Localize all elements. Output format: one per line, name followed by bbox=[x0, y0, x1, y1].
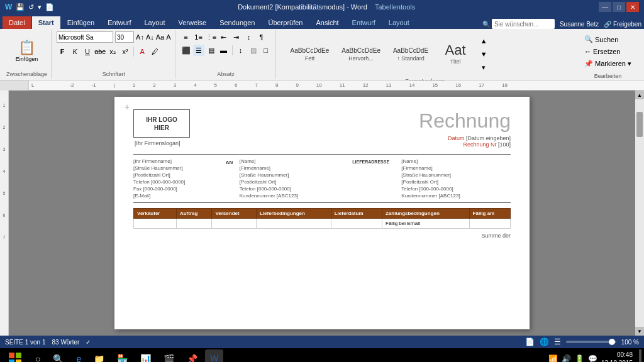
edge-button[interactable]: e bbox=[71, 349, 86, 362]
doc-area[interactable]: + IHR LOGO HIER [Ihr Firmenslogan] Rechn… bbox=[9, 90, 635, 336]
font-size-input[interactable] bbox=[115, 31, 134, 43]
close-button[interactable]: ✕ bbox=[626, 2, 639, 12]
minimize-button[interactable]: — bbox=[599, 2, 611, 12]
superscript-button[interactable]: x² bbox=[119, 46, 131, 57]
styles-up-button[interactable]: ▲ bbox=[478, 35, 489, 47]
logo-box[interactable]: IHR LOGO HIER bbox=[133, 109, 190, 138]
style-standard-label: ↑ Standard bbox=[397, 55, 425, 62]
tab-ansicht[interactable]: Ansicht bbox=[309, 16, 345, 29]
scroll-down-button[interactable]: ▼ bbox=[635, 327, 644, 336]
excel-button[interactable]: 📊 bbox=[135, 349, 156, 362]
strikethrough-button[interactable]: abc bbox=[94, 46, 106, 57]
col-lieferbedingungen: Lieferbedingungen bbox=[256, 209, 331, 219]
style-standard[interactable]: AaBbCcDdE ↑ Standard bbox=[389, 34, 433, 74]
shade-button[interactable]: ▨ bbox=[248, 45, 259, 56]
styles-content: AaBbCcDdEe Fett AaBbCcDdEe Hervorh... Aa… bbox=[281, 31, 569, 77]
border-button[interactable]: □ bbox=[260, 45, 272, 56]
explorer-button[interactable]: 📁 bbox=[89, 349, 109, 362]
indent-button[interactable]: ⇥ bbox=[231, 31, 242, 43]
cell-lieferdatum[interactable] bbox=[331, 219, 382, 229]
doc-page[interactable]: + IHR LOGO HIER [Ihr Firmenslogan] Rechn… bbox=[114, 97, 530, 329]
zoom-slider[interactable] bbox=[566, 341, 616, 343]
align-right-button[interactable]: ▤ bbox=[206, 45, 217, 56]
media-button[interactable]: 🎬 bbox=[158, 349, 179, 362]
align-center-button[interactable]: ☰ bbox=[193, 45, 204, 56]
font-grow-icon[interactable]: A↑ bbox=[136, 33, 144, 41]
word-taskbar-button[interactable]: W bbox=[205, 349, 223, 362]
ersetzen-button[interactable]: ↔ Ersetzen bbox=[582, 47, 634, 57]
word-icon: W bbox=[5, 3, 12, 11]
show-marks-button[interactable]: ¶ bbox=[256, 31, 267, 43]
show-desktop-button[interactable] bbox=[639, 349, 641, 362]
cell-auftrag[interactable] bbox=[176, 219, 211, 229]
sort-button[interactable]: ↕ bbox=[243, 31, 255, 43]
styles-down-button[interactable]: ▼ bbox=[478, 48, 489, 60]
subscript-button[interactable]: x₂ bbox=[107, 46, 118, 57]
style-hervorh[interactable]: AaBbCcDdEe Hervorh... bbox=[337, 34, 385, 74]
add-content-icon[interactable]: + bbox=[125, 102, 130, 112]
share-button[interactable]: 🔗 Freigeben bbox=[604, 21, 641, 28]
maximize-button[interactable]: □ bbox=[613, 2, 625, 12]
store-button[interactable]: 🏪 bbox=[112, 349, 133, 362]
quick-save[interactable]: 💾 bbox=[16, 3, 25, 11]
view-outline-icon[interactable]: ☰ bbox=[554, 337, 561, 346]
tab-einfuegen[interactable]: Einfügen bbox=[61, 16, 101, 29]
suchen-button[interactable]: 🔍 Suchen bbox=[582, 34, 634, 45]
tab-layout2[interactable]: Layout bbox=[382, 16, 416, 29]
bullet-list-button[interactable]: ≡ bbox=[180, 31, 192, 43]
scroll-track[interactable] bbox=[635, 99, 644, 327]
text-highlight-icon[interactable]: A bbox=[166, 33, 170, 41]
text-color-button[interactable]: A bbox=[136, 46, 148, 57]
datum-label: Datum bbox=[448, 135, 465, 141]
delivery-col: [Name] [Firmenname] [Straße Hausnummer] … bbox=[401, 158, 511, 199]
bold-button[interactable]: F bbox=[57, 46, 68, 57]
quick-customize[interactable]: 📄 bbox=[45, 3, 54, 11]
quick-menu[interactable]: ▾ bbox=[38, 3, 42, 11]
search-button[interactable]: 🔍 bbox=[48, 349, 69, 362]
tab-start[interactable]: Start bbox=[32, 16, 60, 29]
clear-format-icon[interactable]: Aa bbox=[156, 33, 164, 41]
tab-verweise[interactable]: Verweise bbox=[172, 16, 213, 29]
quick-undo[interactable]: ↺ bbox=[28, 3, 34, 11]
line-spacing-button[interactable]: ↕ bbox=[235, 45, 247, 56]
paste-button[interactable]: 📋 Einfügen bbox=[13, 38, 41, 63]
styles-more-button[interactable]: ▾ bbox=[478, 62, 489, 73]
underline-button[interactable]: U bbox=[82, 46, 93, 57]
tab-ueberpruefen[interactable]: Überprüfen bbox=[262, 16, 309, 29]
cell-verkaeufer[interactable] bbox=[134, 219, 177, 229]
view-web-icon[interactable]: 🌐 bbox=[540, 337, 549, 346]
cell-lieferbedingungen[interactable] bbox=[256, 219, 331, 229]
tab-datei[interactable]: Datei bbox=[3, 16, 31, 29]
cortana-button[interactable]: ○ bbox=[30, 349, 45, 362]
start-button[interactable] bbox=[3, 349, 28, 362]
multi-list-button[interactable]: ⋮≡ bbox=[206, 31, 217, 43]
cell-faellig[interactable] bbox=[469, 219, 510, 229]
tab-entwurf2[interactable]: Entwurf bbox=[346, 16, 382, 29]
cell-versendet[interactable] bbox=[212, 219, 257, 229]
style-titel[interactable]: Aat Titel bbox=[436, 34, 474, 74]
text-highlight-btn[interactable]: 🖊 bbox=[149, 46, 160, 57]
align-left-button[interactable]: ⬛ bbox=[180, 45, 192, 56]
tab-entwurf[interactable]: Entwurf bbox=[101, 16, 137, 29]
rechnung-title-area: Rechnung Datum [Datum eingeben] Rechnung… bbox=[419, 109, 511, 148]
font-name-input[interactable] bbox=[57, 31, 113, 43]
justify-button[interactable]: ▬ bbox=[218, 45, 230, 56]
store2-button[interactable]: 📌 bbox=[182, 349, 203, 362]
markieren-button[interactable]: 📌 Markieren ▾ bbox=[582, 58, 634, 69]
scroll-thumb[interactable] bbox=[636, 112, 643, 137]
ruler-content: L-2-1|123456789101112131415161718 bbox=[29, 80, 644, 90]
style-fett[interactable]: AaBbCcDdEe Fett bbox=[286, 34, 334, 74]
tab-sendungen[interactable]: Sendungen bbox=[213, 16, 261, 29]
view-print-icon[interactable]: 📄 bbox=[525, 337, 535, 346]
ruler-marks: L-2-1|123456789101112131415161718 bbox=[29, 80, 644, 90]
font-shrink-icon[interactable]: A↓ bbox=[146, 33, 154, 41]
table-row[interactable]: Fällig bei Erhalt bbox=[134, 219, 511, 229]
italic-button[interactable]: K bbox=[69, 46, 80, 57]
cell-zahlungsbedingungen[interactable]: Fällig bei Erhalt bbox=[382, 219, 470, 229]
taskbar-right: 📶 🔊 🔋 💬 00:48 13.10.2015 bbox=[548, 349, 641, 362]
ribbon-search-input[interactable] bbox=[492, 19, 555, 29]
outdent-button[interactable]: ⇤ bbox=[218, 31, 230, 43]
tab-layout[interactable]: Layout bbox=[138, 16, 171, 29]
numbered-list-button[interactable]: 1≡ bbox=[193, 31, 204, 43]
scroll-up-button[interactable]: ▲ bbox=[635, 90, 644, 99]
